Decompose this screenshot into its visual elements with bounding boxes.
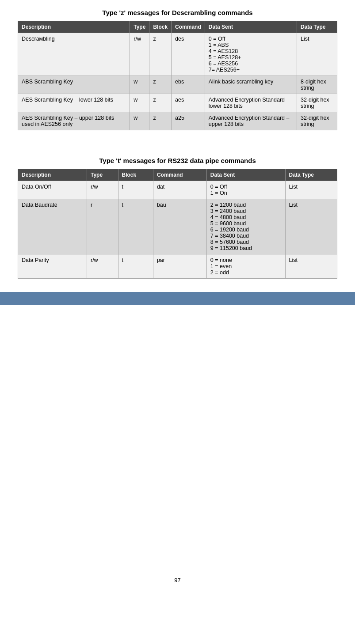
section1-col-datatype: Data Type [297,21,337,33]
section2-col-type: Type [87,169,118,181]
table-cell: ebs [172,76,205,94]
table-cell: w [130,112,149,130]
bottom-area [0,305,355,570]
section1-col-type: Type [130,21,149,33]
table-cell: 0 = none 1 = even 2 = odd [206,254,285,279]
table-cell: List [285,181,337,199]
table-cell: bau [153,199,206,254]
table-cell: Data On/Off [18,181,87,199]
page-number: 97 [0,570,355,588]
section2-header-row: Description Type Block Command Data Sent… [18,169,337,181]
table-cell: List [297,33,337,76]
table-cell: z [149,112,172,130]
table-cell: List [285,199,337,254]
table-row: AES Scrambling Key – lower 128 bitswzaes… [18,94,337,112]
section1-col-description: Description [18,21,130,33]
footer-bar [0,292,355,305]
table-row: Data Parityr/wtpar0 = none 1 = even 2 = … [18,254,337,279]
table-cell: 0 = Off 1 = On [206,181,285,199]
table-cell: t [118,254,153,279]
table-cell: t [118,181,153,199]
section2-table: Description Type Block Command Data Sent… [18,169,337,279]
table-cell: ABS Scrambling Key [18,76,130,94]
table-cell: 32-digit hex string [297,112,337,130]
table-cell: AES Scrambling Key – lower 128 bits [18,94,130,112]
table-cell: Advanced Encryption Standard – upper 128… [205,112,297,130]
section2-col-command: Command [153,169,206,181]
page-content: Type 'z' messages for Descrambling comma… [0,0,355,279]
table-cell: List [285,254,337,279]
table-cell: r/w [87,181,118,199]
section1-col-datasent: Data Sent [205,21,297,33]
table-cell: AES Scrambling Key – upper 128 bits used… [18,112,130,130]
section1-table: Description Type Block Command Data Sent… [18,21,337,130]
table-cell: Advanced Encryption Standard – lower 128… [205,94,297,112]
table-cell: Data Baudrate [18,199,87,254]
table-cell: Alink basic scrambling key [205,76,297,94]
table-cell: z [149,33,172,76]
table-cell: r [87,199,118,254]
table-cell: dat [153,181,206,199]
section2-col-block: Block [118,169,153,181]
section1-header-row: Description Type Block Command Data Sent… [18,21,337,33]
table-row: Descrамblingr/wzdes0 = Off 1 = ABS 4 = A… [18,33,337,76]
table-cell: 32-digit hex string [297,94,337,112]
table-cell: 8-digit hex string [297,76,337,94]
table-cell: a25 [172,112,205,130]
table-cell: r/w [130,33,149,76]
section2-col-datatype: Data Type [285,169,337,181]
table-cell: r/w [87,254,118,279]
section2-col-description: Description [18,169,87,181]
table-cell: w [130,94,149,112]
table-cell: des [172,33,205,76]
table-row: Data On/Offr/wtdat0 = Off 1 = OnList [18,181,337,199]
table-cell: w [130,76,149,94]
table-cell: t [118,199,153,254]
table-cell: Data Parity [18,254,87,279]
table-cell: aes [172,94,205,112]
section1-title: Type 'z' messages for Descrambling comma… [18,9,337,16]
table-cell: 2 = 1200 baud 3 = 2400 baud 4 = 4800 bau… [206,199,285,254]
section2-title: Type 't' messages for RS232 data pipe co… [18,157,337,164]
table-cell: Descrамbling [18,33,130,76]
section1-col-block: Block [149,21,172,33]
table-cell: z [149,76,172,94]
table-cell: z [149,94,172,112]
table-row: ABS Scrambling KeywzebsAlink basic scram… [18,76,337,94]
table-row: Data Baudratertbau2 = 1200 baud 3 = 2400… [18,199,337,254]
section1-col-command: Command [172,21,205,33]
table-cell: par [153,254,206,279]
section2-col-datasent: Data Sent [206,169,285,181]
table-row: AES Scrambling Key – upper 128 bits used… [18,112,337,130]
table-cell: 0 = Off 1 = ABS 4 = AES128 5 = AES128+ 6… [205,33,297,76]
